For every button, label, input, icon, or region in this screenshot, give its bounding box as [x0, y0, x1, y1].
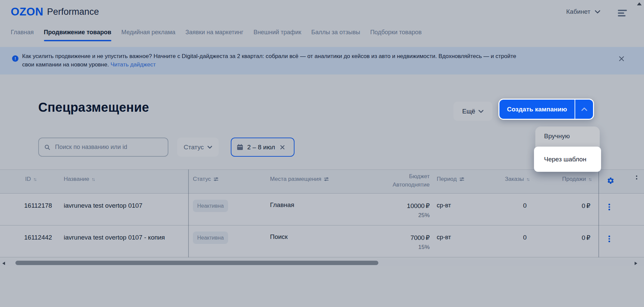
ozon-performance-screen: OZON Performance Кабинет Главная Продвиж…: [0, 0, 644, 307]
menu-item-cherez-shablon[interactable]: Через шаблон: [534, 147, 601, 172]
chevron-up-icon: [581, 107, 587, 111]
create-campaign-caret-button[interactable]: [575, 100, 593, 119]
create-campaign-button[interactable]: Создать кампанию: [499, 100, 575, 119]
create-campaign-split-button: Создать кампанию: [498, 99, 594, 120]
menu-item-cherez-shablon-label: Через шаблон: [544, 156, 586, 163]
